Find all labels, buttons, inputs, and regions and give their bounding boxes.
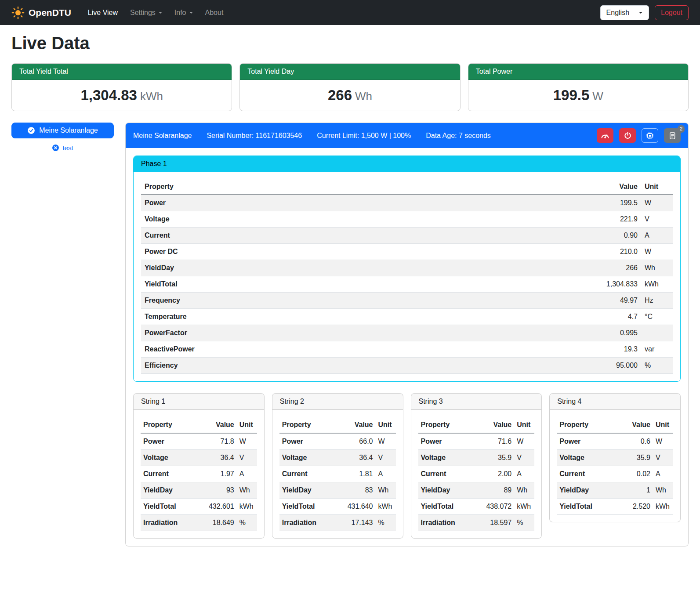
value-cell: 0.6 [616,433,653,450]
total-yield-total-card: Total Yield Total 1,304.83kWh [11,63,232,111]
table-header-row: Property Value Unit [418,417,535,433]
table-row: Current1.81A [279,466,396,482]
value-cell: 438.072 [472,499,514,515]
card-body: 199.5W [468,80,688,111]
summary-cards-row: Total Yield Total 1,304.83kWh Total Yiel… [11,63,689,111]
nav-live-view[interactable]: Live View [82,5,124,20]
table-row: Current2.00A [418,466,535,482]
nav-links: Live View Settings Info About [82,5,230,20]
unit-cell: % [641,358,673,374]
string-table-head: Property Value Unit [141,417,257,433]
unit-cell: V [514,450,534,466]
brand-label: OpenDTU [29,7,71,18]
value-cell: 199.5 [440,195,641,211]
property-cell: Current [279,466,334,482]
property-cell: PowerFactor [141,325,440,341]
property-cell: YieldTotal [141,499,195,515]
property-cell: YieldTotal [557,499,616,515]
table-row: YieldDay83Wh [279,482,396,499]
phase-card: Phase 1 Property Value Unit Power199.5WV… [133,156,681,382]
header-value: Value [334,417,375,433]
card-body: 1,304.83kWh [12,80,232,111]
string-4-table: Property Value Unit Power0.6WVoltage35.9… [557,417,673,515]
phase-body: Property Value Unit Power199.5WVoltage22… [134,172,680,381]
value-cell: 36.4 [195,450,236,466]
string-4-title: String 4 [550,394,680,410]
property-cell: Current [141,228,440,244]
table-row: Power71.6W [418,433,535,450]
table-row: Voltage36.4V [279,450,396,466]
property-cell: Power [141,433,195,450]
page-container: Live Data Total Yield Total 1,304.83kWh … [0,33,700,560]
check-circle-icon [27,127,35,134]
language-select[interactable]: English [600,5,649,20]
unit-cell: Hz [641,293,673,309]
property-cell: YieldDay [141,482,195,499]
value-cell: 49.97 [440,293,641,309]
header-property: Property [141,417,195,433]
value-cell: 4.7 [440,309,641,325]
phase-table-body: Power199.5WVoltage221.9VCurrent0.90APowe… [141,195,673,374]
string-1-table: Property Value Unit Power71.8WVoltage36.… [141,417,257,531]
inverter-card: Meine Solaranlage Serial Number: 1161716… [125,123,689,546]
card-title: Total Power [468,64,688,80]
unit-cell: A [514,466,534,482]
header-unit: Unit [641,179,673,195]
inverter-device-info-button[interactable] [642,128,658,143]
brand-link[interactable]: OpenDTU [11,6,71,19]
property-cell: Current [141,466,195,482]
inverter-select-button[interactable]: Meine Solaranlage [11,123,114,138]
nav-about[interactable]: About [199,5,230,20]
header-value: Value [472,417,514,433]
unit-cell: V [653,450,673,466]
nav-info[interactable]: Info [168,5,199,20]
value-cell: 89 [472,482,514,499]
unit-cell: A [641,228,673,244]
logout-button[interactable]: Logout [655,5,689,20]
unit-cell: var [641,341,673,358]
table-row: Voltage36.4V [141,450,257,466]
header-value: Value [616,417,653,433]
inverter-power-button[interactable] [619,128,636,143]
header-property: Property [557,417,616,433]
table-row: YieldTotal2.520kWh [557,499,673,515]
inverter-action-buttons: 2 [597,128,681,143]
phase-table: Property Value Unit Power199.5WVoltage22… [141,179,673,374]
nav-settings[interactable]: Settings [124,5,168,20]
table-row: Efficiency95.000% [141,358,673,374]
strings-row: String 1 Property Value Unit [133,393,681,539]
property-cell: YieldTotal [141,276,440,293]
chevron-down-icon [639,12,642,14]
property-cell: Voltage [557,450,616,466]
table-row: YieldDay89Wh [418,482,535,499]
unit-cell [641,325,673,341]
table-header-row: Property Value Unit [279,417,396,433]
property-cell: Power [418,433,472,450]
value-cell: 95.000 [440,358,641,374]
header-value: Value [195,417,236,433]
table-header-row: Property Value Unit [557,417,673,433]
property-cell: YieldDay [141,260,440,276]
string-4-body: Property Value Unit Power0.6WVoltage35.9… [550,410,680,522]
total-yield-total-unit: kWh [140,90,163,103]
journal-icon [668,132,676,140]
string-3-body: Property Value Unit Power71.6WVoltage35.… [411,410,542,538]
value-cell: 1.97 [195,466,236,482]
total-power-card: Total Power 199.5W [468,63,689,111]
table-row: PowerFactor0.995 [141,325,673,341]
inverter-selector-column: Meine Solaranlage test [11,123,114,152]
total-yield-day-unit: Wh [355,90,372,103]
property-cell: Current [557,466,616,482]
nav-about-label: About [205,9,224,17]
inverter-eventlog-button[interactable]: 2 [664,128,681,143]
table-header-row: Property Value Unit [141,417,257,433]
table-row: Voltage35.9V [557,450,673,466]
inverter-select-label: Meine Solaranlage [39,127,98,134]
unit-cell: Wh [641,260,673,276]
table-row: YieldTotal431.640kWh [279,499,396,515]
unit-cell: kWh [514,499,534,515]
value-cell: 2.00 [472,466,514,482]
inverter-info-button[interactable] [597,128,613,143]
unit-cell: A [653,466,673,482]
inverter-item-test[interactable]: test [11,144,114,152]
